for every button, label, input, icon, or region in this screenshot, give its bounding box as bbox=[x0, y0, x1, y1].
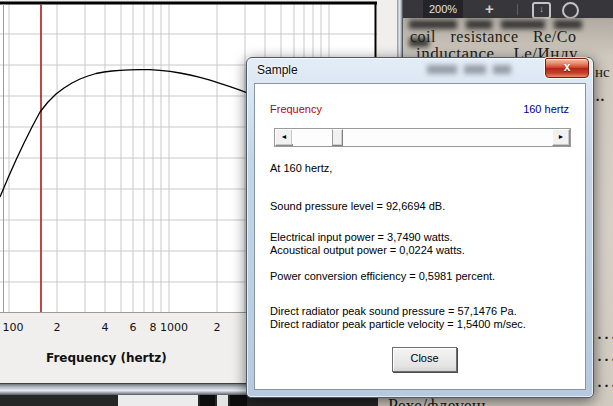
frequency-value: 160 hertz bbox=[523, 103, 569, 115]
x-tick-label: 2 bbox=[54, 321, 61, 334]
scroll-left-arrow-icon[interactable]: ◄ bbox=[275, 129, 293, 146]
x-tick-label: 100 bbox=[3, 321, 24, 334]
download-icon[interactable]: ↓ bbox=[532, 2, 551, 19]
desktop: 100246810002 Frequency (hertz) 200% + ↓ … bbox=[0, 0, 613, 406]
dialog-title: Sample bbox=[257, 63, 298, 77]
dialog-title-bar[interactable]: Sample x bbox=[247, 58, 593, 83]
toolbar-separator bbox=[517, 4, 518, 15]
scrollbar-thumb[interactable] bbox=[332, 129, 343, 146]
print-icon[interactable] bbox=[562, 2, 579, 19]
x-tick-label: 6 bbox=[130, 321, 137, 334]
result-line: Direct radiator peak particle velocity =… bbox=[270, 318, 526, 330]
result-line: At 160 hertz, bbox=[270, 162, 332, 174]
result-line: Electrical input power = 3,7490 watts. bbox=[270, 231, 453, 243]
pdf-toolbar: 200% + ↓ bbox=[403, 0, 613, 18]
strip-light-block bbox=[217, 395, 228, 406]
document-text-fragment: нс bbox=[595, 64, 610, 81]
x-axis-label: Frequency (hertz) bbox=[46, 351, 167, 365]
scroll-right-arrow-icon[interactable]: ► bbox=[552, 129, 570, 146]
strip-dark-block bbox=[230, 395, 247, 406]
strip-light-block bbox=[118, 395, 198, 406]
sample-dialog: Sample x Frequency 160 hertz ◄ ► At 160 … bbox=[246, 57, 594, 398]
blurred-glass-text bbox=[427, 65, 522, 76]
strip-dark-block bbox=[200, 395, 215, 406]
x-tick-label: 4 bbox=[102, 321, 109, 334]
dialog-client-area: Frequency 160 hertz ◄ ► At 160 hertz, So… bbox=[254, 83, 586, 390]
scrollbar-track[interactable] bbox=[292, 129, 553, 144]
close-button[interactable]: Close bbox=[392, 347, 457, 372]
zoom-level-display[interactable]: 200% bbox=[423, 0, 463, 18]
zoom-in-icon[interactable]: + bbox=[485, 0, 494, 18]
frequency-scrollbar[interactable]: ◄ ► bbox=[274, 128, 571, 147]
close-icon[interactable]: x bbox=[545, 58, 589, 78]
result-line: Sound pressure level = 92,6694 dB. bbox=[270, 200, 445, 212]
result-line: Power conversion efficiency = 0,5981 per… bbox=[270, 270, 495, 282]
x-tick-label: 8 bbox=[150, 321, 157, 334]
result-line: Acoustical output power = 0,0224 watts. bbox=[270, 244, 465, 256]
x-tick-label: 2 bbox=[214, 321, 221, 334]
frequency-label: Frequency bbox=[270, 103, 322, 115]
x-tick-label: 1000 bbox=[160, 321, 188, 334]
result-line: Direct radiator peak sound pressure = 57… bbox=[270, 305, 517, 317]
